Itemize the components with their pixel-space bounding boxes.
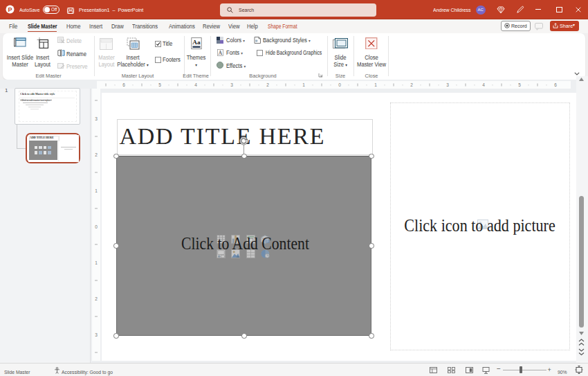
svg-text:2: 2 — [95, 152, 98, 157]
svg-text:Aa: Aa — [192, 39, 201, 46]
svg-text:1: 1 — [374, 82, 377, 87]
svg-text:3: 3 — [230, 82, 233, 87]
svg-text:3: 3 — [95, 332, 98, 337]
svg-text:P: P — [8, 6, 12, 13]
svg-text:5: 5 — [158, 82, 161, 87]
svg-text:1: 1 — [95, 188, 98, 193]
svg-text:0: 0 — [95, 224, 98, 229]
svg-text:6: 6 — [122, 82, 125, 87]
svg-text:2: 2 — [266, 82, 269, 87]
svg-text:2: 2 — [95, 296, 98, 301]
svg-text:1: 1 — [302, 82, 305, 87]
svg-text:2: 2 — [410, 82, 413, 87]
svg-text:4: 4 — [194, 82, 197, 87]
svg-text:1: 1 — [95, 260, 98, 265]
svg-text:4: 4 — [482, 82, 485, 87]
svg-text:0: 0 — [338, 82, 341, 87]
svg-text:3: 3 — [446, 82, 449, 87]
svg-text:A: A — [218, 50, 222, 56]
svg-text:3: 3 — [95, 116, 98, 121]
svg-text:6: 6 — [554, 82, 557, 87]
svg-text:5: 5 — [518, 82, 521, 87]
